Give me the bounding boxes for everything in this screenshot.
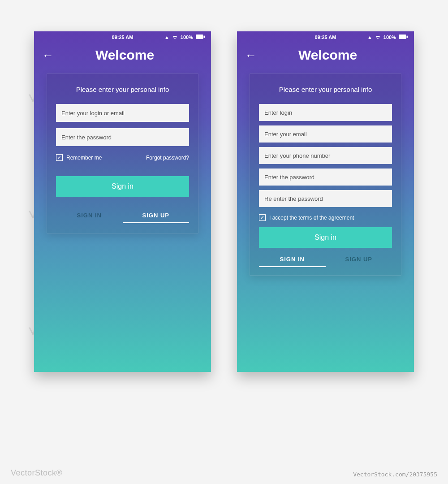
email-input[interactable] [259, 125, 392, 143]
card-subtitle: Please enter your personal info [56, 86, 189, 93]
signup-card: Please enter your personal info ✓ I acce… [250, 73, 401, 276]
tab-signin[interactable]: SIGN IN [259, 256, 326, 267]
login-input[interactable] [56, 104, 189, 122]
tab-signup[interactable]: SIGN UP [123, 212, 190, 223]
footer-brand: VectorStock® [11, 468, 62, 478]
signin-card: Please enter your personal info ✓ Rememb… [47, 73, 198, 233]
signup-button[interactable]: Sign in [259, 227, 392, 248]
remember-label: Remember me [66, 155, 102, 161]
status-bar: 09:25 AM ▲ 100% [34, 31, 211, 43]
signin-button[interactable]: Sign in [56, 176, 189, 197]
checkbox-icon: ✓ [56, 154, 63, 161]
repassword-input[interactable] [259, 190, 392, 207]
footer-image-id: VectorStock.com/20375955 [353, 471, 437, 478]
auth-tabs: SIGN IN SIGN UP [56, 212, 189, 223]
status-time: 09:25 AM [237, 35, 414, 40]
auth-tabs: SIGN IN SIGN UP [259, 256, 392, 267]
status-bar: 09:25 AM ▲ 100% [237, 31, 414, 43]
back-arrow-icon[interactable]: ← [42, 49, 54, 61]
password-input[interactable] [56, 128, 189, 146]
forgot-password-link[interactable]: Forgot password? [146, 155, 189, 161]
phone-input[interactable] [259, 147, 392, 164]
footer: VectorStock® VectorStock.com/20375955 [0, 468, 448, 478]
tab-signin[interactable]: SIGN IN [56, 212, 123, 223]
tab-signup[interactable]: SIGN UP [326, 256, 392, 267]
signup-screen: 09:25 AM ▲ 100% ← Welcome Please enter y… [237, 31, 414, 372]
page-title: Welcome [68, 48, 181, 63]
header: ← Welcome [34, 43, 211, 70]
signin-screen: 09:25 AM ▲ 100% ← Welcome Please enter y… [34, 31, 211, 372]
accept-terms[interactable]: ✓ I accept the terms of the agreement [259, 214, 354, 221]
status-time: 09:25 AM [34, 35, 211, 40]
page-title: Welcome [271, 48, 384, 63]
checkbox-icon: ✓ [259, 214, 266, 221]
login-input[interactable] [259, 104, 392, 121]
header: ← Welcome [237, 43, 414, 70]
password-input[interactable] [259, 169, 392, 186]
remember-me[interactable]: ✓ Remember me [56, 154, 102, 161]
card-subtitle: Please enter your personal info [259, 86, 392, 93]
back-arrow-icon[interactable]: ← [245, 49, 257, 61]
terms-label: I accept the terms of the agreement [269, 215, 354, 221]
